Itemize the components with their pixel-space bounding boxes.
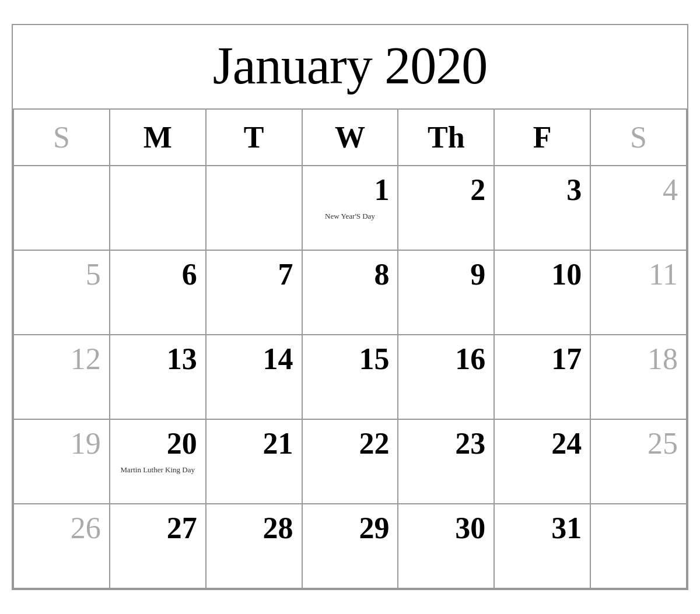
day-header-s: S — [591, 110, 687, 166]
day-number: 7 — [215, 258, 293, 291]
day-number: 28 — [215, 511, 293, 545]
calendar-grid: SMTWThFS1New Year'S Day23456789101112131… — [13, 110, 687, 589]
day-cell: 16 — [398, 335, 495, 420]
day-number: 13 — [118, 342, 197, 376]
day-header-m: M — [110, 110, 206, 166]
day-number: 8 — [311, 258, 390, 291]
day-number: 31 — [503, 511, 582, 545]
day-number: 19 — [22, 427, 101, 460]
day-cell — [14, 166, 110, 251]
day-cell: 2 — [398, 166, 495, 251]
day-cell: 10 — [495, 251, 591, 335]
day-header-f: F — [495, 110, 591, 166]
day-header-th: Th — [398, 110, 495, 166]
day-number: 15 — [311, 342, 390, 376]
day-number: 14 — [215, 342, 293, 376]
day-cell: 1New Year'S Day — [303, 166, 399, 251]
day-cell: 25 — [591, 420, 687, 504]
holiday-label: New Year'S Day — [311, 211, 390, 222]
day-number: 24 — [503, 427, 582, 460]
day-cell: 22 — [303, 420, 399, 504]
day-cell: 20Martin Luther King Day — [110, 420, 206, 504]
day-number: 3 — [503, 173, 582, 206]
day-header-t: T — [206, 110, 303, 166]
day-cell: 3 — [495, 166, 591, 251]
day-cell: 7 — [206, 251, 303, 335]
day-number: 21 — [215, 427, 293, 460]
day-cell: 24 — [495, 420, 591, 504]
day-cell: 28 — [206, 504, 303, 589]
day-number: 22 — [311, 427, 390, 460]
day-cell: 31 — [495, 504, 591, 589]
day-number: 23 — [407, 427, 485, 460]
day-cell: 9 — [398, 251, 495, 335]
day-cell: 27 — [110, 504, 206, 589]
holiday-label: Martin Luther King Day — [118, 465, 197, 475]
day-cell: 5 — [14, 251, 110, 335]
day-cell: 29 — [303, 504, 399, 589]
day-number: 4 — [599, 173, 678, 206]
day-cell — [591, 504, 687, 589]
day-number: 16 — [407, 342, 485, 376]
day-cell: 11 — [591, 251, 687, 335]
day-number: 26 — [22, 511, 101, 545]
day-number: 18 — [599, 342, 678, 376]
day-number: 17 — [503, 342, 582, 376]
day-header-w: W — [303, 110, 399, 166]
day-number: 30 — [407, 511, 485, 545]
day-number: 5 — [22, 258, 101, 291]
calendar-title: January 2020 — [13, 25, 687, 110]
day-cell — [206, 166, 303, 251]
day-cell: 14 — [206, 335, 303, 420]
day-number: 10 — [503, 258, 582, 291]
day-cell: 19 — [14, 420, 110, 504]
day-number: 11 — [599, 258, 678, 291]
day-number: 2 — [407, 173, 485, 206]
day-number: 29 — [311, 511, 390, 545]
calendar: January 2020 SMTWThFS1New Year'S Day2345… — [12, 24, 688, 590]
day-cell: 4 — [591, 166, 687, 251]
day-cell: 30 — [398, 504, 495, 589]
day-number: 9 — [407, 258, 485, 291]
day-number: 12 — [22, 342, 101, 376]
day-cell: 23 — [398, 420, 495, 504]
day-number: 6 — [118, 258, 197, 291]
day-cell: 26 — [14, 504, 110, 589]
day-cell: 12 — [14, 335, 110, 420]
day-number: 20 — [118, 427, 197, 460]
day-number: 1 — [311, 173, 390, 206]
day-cell — [110, 166, 206, 251]
day-cell: 21 — [206, 420, 303, 504]
day-number: 27 — [118, 511, 197, 545]
day-cell: 13 — [110, 335, 206, 420]
day-number: 25 — [599, 427, 678, 460]
day-cell: 17 — [495, 335, 591, 420]
day-cell: 6 — [110, 251, 206, 335]
day-cell: 15 — [303, 335, 399, 420]
day-cell: 8 — [303, 251, 399, 335]
day-cell: 18 — [591, 335, 687, 420]
day-header-s: S — [14, 110, 110, 166]
